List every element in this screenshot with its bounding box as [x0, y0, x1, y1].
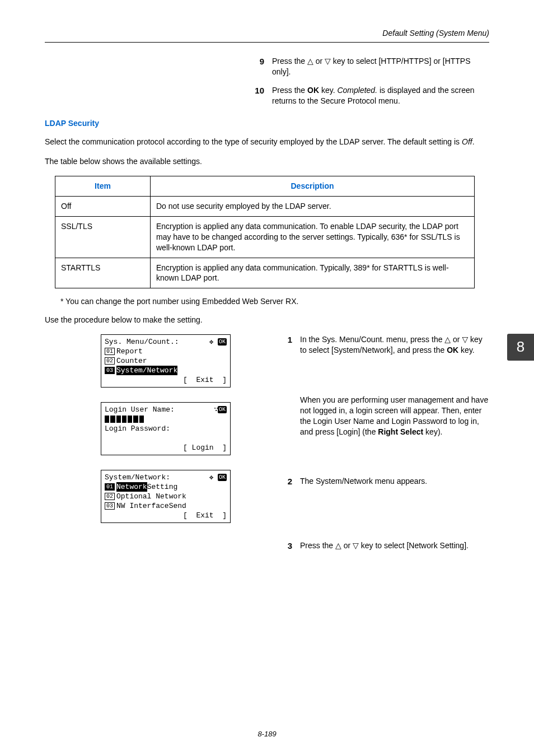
step-text: Press the OK key. Completed. is displaye… — [272, 85, 489, 106]
down-triangle-icon: ▽ — [325, 57, 331, 66]
step-number: 3 — [280, 540, 300, 552]
up-triangle-icon: △ — [335, 541, 341, 550]
page-number: 8-189 — [0, 729, 534, 739]
list-item: Optional Network — [116, 492, 186, 502]
softkey-exit: [ Exit ] — [183, 511, 227, 521]
step-10: 10 Press the OK key. Completed. is displ… — [252, 85, 489, 106]
list-item-selected: System/Network — [116, 366, 177, 376]
table-row: STARTTLS Encryption is applied any data … — [55, 258, 475, 288]
step-number: 9 — [252, 56, 272, 77]
step-number: 1 — [280, 334, 300, 356]
list-index-icon: 01 — [105, 348, 115, 355]
step-number: 10 — [252, 85, 272, 106]
softkey-login: [ Login ] — [183, 443, 227, 453]
table-row: SSL/TLS Encryption is applied any data c… — [55, 216, 475, 258]
step-text: In the Sys. Menu/Count. menu, press the … — [300, 334, 489, 356]
step-9: 9 Press the △ or ▽ key to select [HTTP/H… — [252, 56, 489, 77]
list-index-icon: 03 — [105, 502, 115, 510]
chapter-tab: 8 — [507, 334, 534, 361]
step-number — [280, 395, 300, 437]
paragraph-procedure-intro: Use the procedure below to make the sett… — [45, 315, 489, 325]
table-row: Off Do not use security employed by the … — [55, 197, 475, 217]
cell-desc: Encryption is applied any data communica… — [151, 258, 475, 288]
page-header: Default Setting (System Menu) — [45, 28, 489, 43]
ok-icon: OK — [218, 406, 227, 413]
proc-step-1: 1 In the Sys. Menu/Count. menu, press th… — [280, 334, 489, 356]
nav-diamond-icon: ✥ — [209, 338, 213, 347]
ok-icon: OK — [218, 338, 227, 346]
list-index-icon: 01 — [105, 483, 115, 491]
nav-diamond-icon: ✥ — [209, 473, 213, 482]
list-item-tail: Setting — [147, 482, 178, 492]
settings-table: Item Description Off Do not use security… — [55, 176, 475, 288]
proc-step-3: 3 Press the △ or ▽ key to select [Networ… — [280, 540, 489, 552]
cell-desc: Do not use security employed by the LDAP… — [151, 197, 475, 217]
list-index-icon: 02 — [105, 493, 115, 500]
softkey-exit: [ Exit ] — [183, 375, 227, 385]
password-label: Login Password: — [105, 424, 170, 434]
up-triangle-icon: △ — [307, 57, 313, 66]
step-text: Press the △ or ▽ key to select [HTTP/HTT… — [272, 56, 489, 77]
list-index-icon: 03 — [105, 367, 115, 374]
list-item: Counter — [116, 356, 147, 366]
ok-icon: OK — [218, 474, 227, 481]
paragraph-table-intro: The table below shows the available sett… — [45, 156, 489, 167]
lcd-screen-login: Login User Name:∵OK Login Password: [ Lo… — [101, 402, 231, 455]
list-item: NW InterfaceSend — [116, 501, 186, 511]
paragraph-intro: Select the communication protocol accord… — [45, 137, 489, 147]
lcd-screen-system-network: System/Network:✥ OK 01 Network Setting 0… — [101, 470, 231, 523]
step-number: 2 — [280, 476, 300, 487]
up-triangle-icon: △ — [444, 335, 451, 344]
proc-note-login: When you are performing user management … — [280, 395, 489, 437]
cell-desc: Encryption is applied any data communica… — [151, 216, 475, 258]
down-triangle-icon: ▽ — [462, 335, 468, 344]
cell-item: SSL/TLS — [55, 216, 151, 258]
lcd-screen-sys-menu: Sys. Menu/Count.:✥ OK 01 Report 02 Count… — [101, 334, 231, 388]
footnote: * You can change the port number using E… — [60, 296, 489, 307]
table-header-row: Item Description — [55, 176, 475, 197]
step-text: When you are performing user management … — [300, 395, 489, 437]
step-text: The System/Network menu appears. — [300, 476, 489, 487]
col-description: Description — [151, 176, 475, 197]
list-item-selected: Network — [116, 482, 147, 492]
dpad-icon: ∵ — [214, 405, 218, 415]
down-triangle-icon: ▽ — [353, 541, 359, 550]
step-text: Press the △ or ▽ key to select [Network … — [300, 540, 489, 552]
list-index-icon: 02 — [105, 357, 115, 365]
proc-step-2: 2 The System/Network menu appears. — [280, 476, 489, 487]
section-heading-ldap-security: LDAP Security — [45, 118, 489, 129]
cell-item: STARTTLS — [55, 258, 151, 288]
list-item: Report — [116, 347, 143, 357]
text-cursor-block — [105, 416, 144, 423]
top-steps-block: 9 Press the △ or ▽ key to select [HTTP/H… — [252, 56, 489, 106]
cell-item: Off — [55, 197, 151, 217]
col-item: Item — [55, 176, 151, 197]
